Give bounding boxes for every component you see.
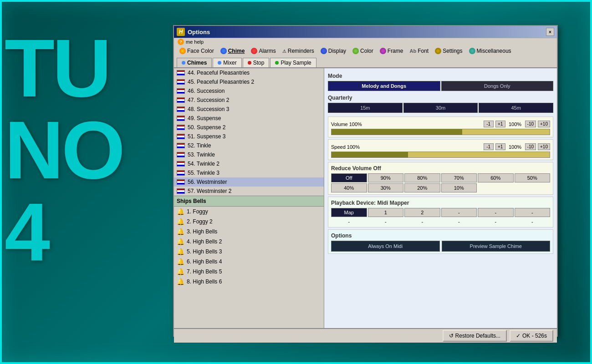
list-item[interactable]: 🔔 2. Foggy 2 [174,217,324,227]
reduce-60[interactable]: 60% [478,173,514,182]
menu-color[interactable]: Color [350,47,376,55]
menu-miscellaneous[interactable]: Miscellaneous [466,47,514,55]
color-icon [352,48,359,54]
menu-reminders-label: Reminders [288,48,314,54]
speed-minus10[interactable]: -10 [525,143,536,150]
menu-face-color[interactable]: Face Color [177,47,217,55]
playback-dash3[interactable]: - [515,208,551,217]
close-button[interactable]: × [546,28,554,36]
reduce-30[interactable]: 30% [368,183,404,192]
menu-chime[interactable]: Chime [218,47,248,55]
speed-minus1[interactable]: -1 [484,143,494,150]
quarterly-15m[interactable]: 15m [328,103,403,113]
playback-dash2[interactable]: - [478,208,514,217]
volume-minus10[interactable]: -10 [525,121,536,127]
list-item[interactable]: 52. Tinkle [174,141,324,150]
playback-map[interactable]: Map [331,208,367,217]
play-tab-dot [275,61,279,65]
list-item-westminster[interactable]: 56. Westminster [174,177,324,187]
tab-stop[interactable]: Stop [243,58,270,67]
list-item[interactable]: 54. Twinkle 2 [174,159,324,168]
volume-slider[interactable] [331,129,550,135]
playback-2[interactable]: 2 [404,208,440,217]
mode-melody-dongs[interactable]: Melody and Dongs [328,81,440,91]
ok-label: OK - 526s [522,333,547,339]
menu-settings[interactable]: Settings [432,47,465,55]
reduce-80[interactable]: 80% [404,173,440,182]
list-item[interactable]: 55. Twinkle 3 [174,168,324,177]
list-item[interactable]: 47. Succession 2 [174,96,324,105]
playback-r2-3: - [404,218,440,225]
list-item[interactable]: 🔔 8. High Bells 6 [174,277,324,287]
list-item[interactable]: 48. Succession 3 [174,105,324,114]
tab-stop-label: Stop [253,60,265,66]
playback-1[interactable]: 1 [368,208,404,217]
ok-button[interactable]: ✓ OK - 526s [510,330,553,342]
reduce-off[interactable]: Off [331,173,367,182]
options-btns: Always On Midi Preview Sample Chime [331,241,550,252]
volume-minus1[interactable]: -1 [484,121,494,127]
restore-defaults-button[interactable]: ↺ Restore Defaults... [443,330,507,342]
reduce-70[interactable]: 70% [441,173,477,182]
list-item[interactable]: 57. Westminster 2 [174,187,324,196]
list-item[interactable]: 51. Suspense 3 [174,132,324,141]
preview-sample-chime-button[interactable]: Preview Sample Chime [442,241,551,252]
list-item[interactable]: 45. Peaceful Pleasantries 2 [174,77,324,86]
list-item[interactable]: 🔔 3. High Bells [174,227,324,237]
list-item[interactable]: 50. Suspense 2 [174,123,324,132]
mixer-tab-dot [218,61,221,65]
volume-plus10[interactable]: +10 [538,121,550,127]
list-item[interactable]: 49. Suspense [174,114,324,123]
flag-icon [177,88,185,94]
ok-icon: ✓ [516,333,521,339]
quarterly-30m[interactable]: 30m [403,103,478,113]
list-item[interactable]: 🔔 5. High Bells 3 [174,247,324,257]
flag-icon [177,143,185,148]
mode-dongs-only[interactable]: Dongs Only [441,81,554,91]
speed-pct: 100% [507,144,523,150]
reduce-20[interactable]: 20% [404,183,440,192]
speed-plus1[interactable]: +1 [495,143,505,150]
list-item[interactable]: 🔔 7. High Bells 5 [174,267,324,277]
volume-fill [332,129,462,135]
list-item[interactable]: 46. Succession [174,86,324,96]
volume-plus1[interactable]: +1 [495,121,505,127]
always-on-midi-button[interactable]: Always On Midi [331,241,440,252]
tab-play-sample-label: Play Sample [281,60,311,66]
chimes-list[interactable]: 44. Peaceful Pleasantries 45. Peaceful P… [174,68,324,328]
quarterly-row: 15m 30m 45m [328,103,553,113]
reduce-10[interactable]: 10% [441,183,477,192]
menu-chime-label: Chime [228,48,245,54]
help-icon[interactable]: ? [178,39,184,45]
bell-icon: 🔔 [177,208,184,215]
playback-dash1[interactable]: - [441,208,477,217]
bottom-bar: ↺ Restore Defaults... ✓ OK - 526s [174,328,557,343]
tab-chimes[interactable]: Chimes [177,58,212,67]
list-item[interactable]: 44. Peaceful Pleasantries [174,68,324,77]
list-item[interactable]: 🔔 6. High Bells 4 [174,257,324,267]
list-item[interactable]: 🔔 4. High Bells 2 [174,237,324,247]
chime-icon [220,48,227,54]
reduce-40[interactable]: 40% [331,183,367,192]
menu-alarms[interactable]: Alarms [248,47,278,55]
background-text: TUNO4 [5,27,123,273]
reduce-50[interactable]: 50% [515,173,551,182]
tab-play-sample[interactable]: Play Sample [270,58,316,67]
menu-font[interactable]: Ab Font [407,47,431,55]
menu-frame[interactable]: Frame [377,47,406,55]
menu-display[interactable]: Display [318,47,349,55]
flag-icon [177,152,185,157]
list-item[interactable]: 53. Twinkle [174,150,324,159]
main-content: 44. Peaceful Pleasantries 45. Peaceful P… [174,68,557,328]
alarms-icon [251,48,257,54]
speed-plus10[interactable]: +10 [538,143,550,150]
speed-section: Speed 100% -1 +1 100% -10 +10 [328,139,553,160]
quarterly-45m[interactable]: 45m [479,103,553,113]
bell-icon: 🔔 [177,248,184,255]
misc-icon [469,48,475,54]
reduce-90[interactable]: 90% [368,173,404,182]
tab-mixer[interactable]: Mixer [213,58,241,67]
speed-slider[interactable] [331,152,550,158]
menu-reminders[interactable]: ⚠ Reminders [280,47,317,55]
list-item[interactable]: 🔔 1. Foggy [174,207,324,217]
